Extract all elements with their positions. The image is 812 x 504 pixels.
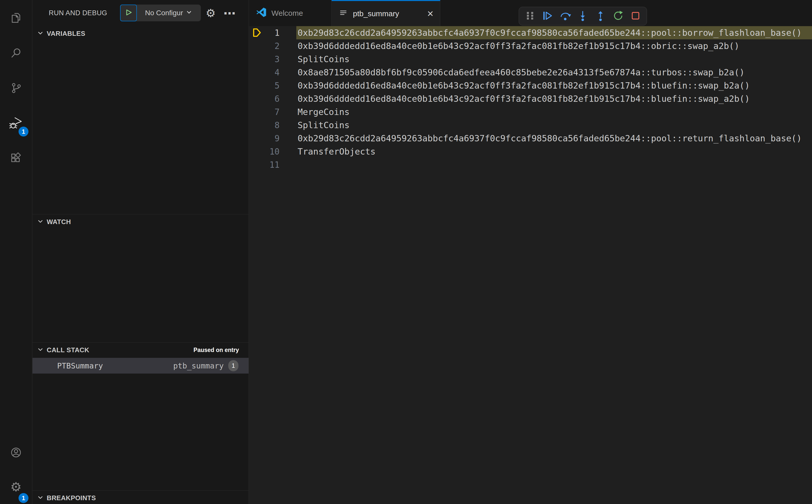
- restart-button[interactable]: [610, 8, 626, 24]
- code-line: 6 0xb39d6dddedd16ed8a40ce0b1e6b43c92acf0…: [249, 92, 812, 105]
- call-stack-pane: CALL STACK Paused on entry PTBSummary pt…: [32, 342, 248, 490]
- watch-pane-label: WATCH: [47, 218, 71, 226]
- stop-button[interactable]: [628, 8, 643, 24]
- toolbar-drag-handle[interactable]: [523, 8, 538, 24]
- variables-pane: VARIABLES: [32, 26, 248, 214]
- activity-accounts[interactable]: [0, 436, 32, 470]
- editor-gutter[interactable]: 9: [249, 132, 296, 145]
- editor-gutter[interactable]: 11: [249, 158, 296, 171]
- breakpoints-pane: BREAKPOINTS: [32, 490, 248, 504]
- files-icon: [10, 12, 22, 25]
- editor-gutter[interactable]: 3: [249, 53, 296, 66]
- code-text[interactable]: 0xb29d83c26cdd2a64959263abbcfc4a6937f0c9…: [296, 132, 812, 145]
- editor-gutter[interactable]: 5: [249, 79, 296, 92]
- activity-extensions[interactable]: [0, 141, 32, 176]
- code-text[interactable]: 0x8ae871505a80d8bf6bf9c05906cda6edfeea46…: [296, 66, 812, 79]
- continue-button[interactable]: [540, 8, 555, 24]
- code-text[interactable]: 0xb39d6dddedd16ed8a40ce0b1e6b43c92acf0ff…: [296, 39, 812, 53]
- settings-count-badge: 1: [19, 493, 28, 503]
- play-icon: [124, 8, 132, 18]
- step-over-icon: [559, 10, 571, 23]
- editor-gutter[interactable]: 8: [249, 119, 296, 132]
- code-line: 7 MergeCoins: [249, 105, 812, 119]
- line-number: 9: [266, 133, 279, 143]
- editor-gutter[interactable]: 7: [249, 105, 296, 119]
- watch-pane-header[interactable]: WATCH: [32, 214, 248, 229]
- close-icon[interactable]: ×: [427, 8, 434, 19]
- chevron-down-icon: [37, 217, 44, 226]
- code-text[interactable]: SplitCoins: [296, 119, 812, 132]
- code-text[interactable]: SplitCoins: [296, 53, 812, 66]
- tab-welcome[interactable]: Welcome: [249, 0, 331, 26]
- debug-count-badge: 1: [19, 127, 28, 137]
- tab-welcome-label: Welcome: [271, 9, 303, 18]
- step-into-button[interactable]: [575, 8, 590, 24]
- continue-icon: [542, 10, 554, 23]
- tab-ptb-summary[interactable]: ptb_summary ×: [331, 0, 440, 26]
- code-text[interactable]: [296, 158, 812, 171]
- line-number: 4: [266, 68, 279, 77]
- debug-toolbar: [519, 7, 647, 25]
- code-text[interactable]: 0xb29d83c26cdd2a64959263abbcfc4a6937f0c9…: [296, 26, 812, 39]
- editor-gutter[interactable]: 4: [249, 66, 296, 79]
- line-number: 1: [266, 28, 279, 38]
- search-icon: [10, 47, 22, 60]
- source-control-icon: [10, 82, 22, 95]
- activity-settings[interactable]: ⚙ 1: [0, 470, 32, 504]
- line-number: 10: [266, 147, 279, 157]
- code-line: 8 SplitCoins: [249, 119, 812, 132]
- chevron-down-icon: [37, 494, 44, 502]
- sidebar-title: RUN AND DEBUG: [49, 0, 107, 26]
- stack-frame-row[interactable]: PTBSummary ptb_summary 1: [32, 358, 248, 374]
- activity-bar: 1: [0, 0, 32, 504]
- code-text[interactable]: 0xb39d6dddedd16ed8a40ce0b1e6b43c92acf0ff…: [296, 92, 812, 105]
- line-number: 8: [266, 120, 279, 130]
- activity-explorer[interactable]: [0, 1, 32, 36]
- chevron-down-icon: [37, 29, 44, 38]
- step-over-button[interactable]: [558, 8, 573, 24]
- vscode-logo-icon: [256, 7, 267, 20]
- config-dropdown[interactable]: No Configur: [137, 5, 201, 21]
- line-number: 5: [266, 81, 279, 91]
- vscode-window: 1: [0, 0, 812, 504]
- variables-pane-header[interactable]: VARIABLES: [32, 26, 248, 41]
- editor-gutter[interactable]: 2: [249, 39, 296, 53]
- stack-frame-badge: 1: [228, 360, 238, 371]
- activity-search[interactable]: [0, 36, 32, 71]
- gripper-icon: [526, 10, 535, 23]
- code-text[interactable]: MergeCoins: [296, 105, 812, 119]
- code-editor: 1 0xb29d83c26cdd2a64959263abbcfc4a6937f0…: [249, 26, 812, 171]
- current-stackframe-icon: [249, 26, 266, 39]
- chevron-down-icon: [37, 346, 44, 354]
- activity-run-and-debug[interactable]: 1: [0, 106, 32, 141]
- activity-source-control[interactable]: [0, 71, 32, 106]
- code-line: 11: [249, 158, 812, 171]
- code-line: 3 SplitCoins: [249, 53, 812, 66]
- pause-reason-status: Paused on entry: [193, 347, 239, 354]
- editor-gutter[interactable]: 6: [249, 92, 296, 105]
- step-out-button[interactable]: [593, 8, 608, 24]
- code-text[interactable]: TransferObjects: [296, 145, 812, 158]
- chevron-down-icon: [185, 8, 193, 18]
- watch-pane: WATCH: [32, 214, 248, 342]
- code-line: 10 TransferObjects: [249, 145, 812, 158]
- breakpoints-pane-header[interactable]: BREAKPOINTS: [32, 491, 248, 504]
- editor-gutter[interactable]: 10: [249, 145, 296, 158]
- debug-sidebar: RUN AND DEBUG No Configur: [32, 0, 249, 504]
- variables-pane-label: VARIABLES: [47, 30, 85, 38]
- start-debug-button[interactable]: [120, 5, 137, 21]
- open-launch-json-button[interactable]: ⚙: [206, 0, 215, 26]
- call-stack-pane-header[interactable]: CALL STACK Paused on entry: [32, 343, 248, 357]
- sidebar-header: RUN AND DEBUG No Configur: [32, 0, 248, 26]
- code-text[interactable]: 0xb39d6dddedd16ed8a40ce0b1e6b43c92acf0ff…: [296, 79, 812, 92]
- line-number: 2: [266, 41, 279, 51]
- code-line: 1 0xb29d83c26cdd2a64959263abbcfc4a6937f0…: [249, 26, 812, 39]
- stop-icon: [630, 10, 641, 23]
- extensions-icon: [10, 152, 22, 165]
- editor-gutter[interactable]: 1: [249, 26, 296, 39]
- line-number: 3: [266, 54, 279, 64]
- list-file-icon: [338, 8, 348, 20]
- call-stack-pane-label: CALL STACK: [47, 346, 89, 354]
- breakpoints-pane-label: BREAKPOINTS: [47, 494, 96, 502]
- views-more-actions-button[interactable]: ⋯: [223, 0, 236, 26]
